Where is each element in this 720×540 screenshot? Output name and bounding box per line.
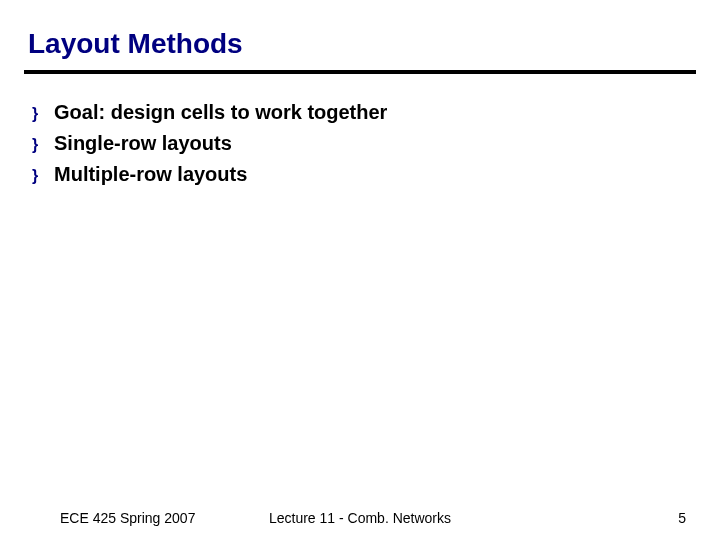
list-item: } Goal: design cells to work together <box>32 98 692 127</box>
page-title: Layout Methods <box>28 28 692 60</box>
footer-page-number: 5 <box>678 510 686 526</box>
bullet-icon: } <box>32 133 54 156</box>
title-divider <box>24 70 696 74</box>
bullet-list: } Goal: design cells to work together } … <box>28 98 692 189</box>
slide: Layout Methods } Goal: design cells to w… <box>0 0 720 540</box>
bullet-icon: } <box>32 102 54 125</box>
list-item: } Multiple-row layouts <box>32 160 692 189</box>
bullet-icon: } <box>32 164 54 187</box>
bullet-text: Multiple-row layouts <box>54 160 247 189</box>
bullet-text: Goal: design cells to work together <box>54 98 387 127</box>
footer-center: Lecture 11 - Comb. Networks <box>0 510 720 526</box>
bullet-text: Single-row layouts <box>54 129 232 158</box>
list-item: } Single-row layouts <box>32 129 692 158</box>
